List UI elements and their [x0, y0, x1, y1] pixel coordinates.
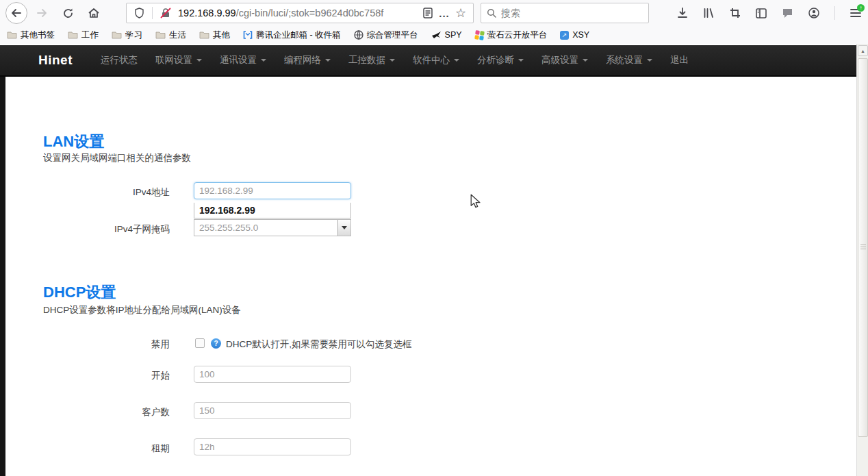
bird-icon — [431, 31, 442, 39]
bookmark-tencent-mail[interactable]: 腾讯企业邮箱 - 收件箱 — [243, 29, 341, 41]
url-bar[interactable]: 192.168.9.99/cgi-bin/luci/;stok=b9624d0b… — [126, 3, 474, 23]
ipv4-address-label: IPv4地址 — [43, 186, 170, 199]
insecure-lock-icon[interactable] — [157, 5, 174, 21]
bookmark-ezviz[interactable]: 萤石云开放平台 — [475, 29, 548, 41]
brand-logo: Hinet — [38, 53, 73, 68]
bookmark-spy[interactable]: SPY — [431, 30, 462, 40]
folder-icon — [155, 31, 166, 39]
reader-mode-icon[interactable] — [420, 5, 436, 21]
forward-arrow-icon — [36, 8, 47, 18]
dhcp-start-label: 开始 — [43, 370, 170, 382]
ipv4-netmask-label: IPv4子网掩码 — [43, 223, 170, 236]
menu-run-status[interactable]: 运行状态 — [92, 54, 146, 66]
bookmark-folder-life[interactable]: 生活 — [155, 29, 186, 41]
menu-advanced-settings[interactable]: 高级设置 — [533, 54, 597, 66]
downloads-icon[interactable] — [677, 8, 688, 18]
menu-hamburger-icon[interactable]: ↑ — [850, 8, 861, 18]
help-icon[interactable]: ? — [211, 338, 221, 349]
bookmark-mgmt-platform[interactable]: 综合管理平台 — [354, 29, 418, 41]
page-actions-icon[interactable]: ... — [436, 5, 452, 21]
browser-window: 192.168.9.99/cgi-bin/luci/;stok=b9624d0b… — [0, 0, 868, 476]
folder-icon — [112, 31, 122, 39]
scrollbar[interactable]: ▲ — [856, 44, 868, 476]
bookmark-star-icon[interactable]: ☆ — [452, 5, 469, 21]
menu-programming-network[interactable]: 编程网络 — [275, 54, 340, 66]
reload-button[interactable] — [58, 3, 78, 23]
chevron-down-icon — [454, 59, 459, 62]
scrollbar-thumb[interactable] — [858, 58, 868, 437]
sidebar-icon[interactable] — [756, 8, 767, 18]
left-black-strip — [0, 45, 5, 476]
tencent-mail-icon — [243, 31, 253, 39]
library-icon[interactable] — [703, 8, 715, 18]
page-content: LAN设置 设置网关局域网端口相关的通信参数 IPv4地址 192.168.2.… — [5, 78, 856, 476]
screenshot-icon[interactable] — [730, 8, 741, 18]
ezviz-colors-icon — [474, 30, 485, 40]
menu-diagnostics[interactable]: 分析诊断 — [468, 54, 533, 66]
toolbar-right-icons: ↑ — [677, 6, 861, 20]
chevron-down-icon — [196, 59, 202, 62]
url-host: 192.168.9.99 — [178, 8, 236, 18]
bookmark-xsy[interactable]: ↗ XSY — [560, 30, 589, 40]
dhcp-lease-input[interactable] — [194, 438, 351, 455]
tracking-shield-icon[interactable] — [131, 5, 147, 21]
menu-comm-settings[interactable]: 通讯设置 — [211, 54, 275, 66]
dhcp-section-title: DHCP设置 — [43, 282, 116, 303]
site-menu: 运行状态 联网设置 通讯设置 编程网络 工控数据 软件中心 分析诊断 高级设置 … — [92, 54, 698, 66]
dhcp-disable-label: 禁用 — [43, 338, 170, 351]
chevron-down-icon — [342, 226, 347, 229]
dhcp-lease-label: 租期 — [43, 442, 170, 455]
search-box[interactable] — [481, 3, 649, 23]
dhcp-start-input[interactable] — [194, 366, 351, 383]
search-input[interactable] — [501, 8, 643, 18]
chevron-down-icon — [647, 59, 652, 62]
menu-logout[interactable]: 退出 — [661, 54, 698, 66]
folder-icon — [68, 31, 78, 39]
bookmark-folder-work[interactable]: 工作 — [68, 29, 99, 41]
menu-system-settings[interactable]: 系统设置 — [597, 54, 661, 66]
update-badge: ↑ — [857, 4, 865, 12]
search-icon — [487, 8, 496, 18]
folder-icon — [7, 31, 17, 39]
url-text[interactable]: 192.168.9.99/cgi-bin/luci/;stok=b9624d0b… — [178, 8, 420, 18]
back-button[interactable] — [5, 2, 27, 24]
chevron-down-icon — [518, 59, 524, 62]
chevron-down-icon — [583, 59, 588, 62]
chevron-down-icon — [261, 59, 266, 62]
chevron-down-icon — [325, 59, 331, 62]
home-button[interactable] — [84, 3, 104, 23]
ipv4-netmask-select[interactable]: 255.255.255.0 — [194, 219, 351, 236]
scrollbar-up-arrow[interactable]: ▲ — [858, 45, 868, 56]
dhcp-clients-input[interactable] — [194, 402, 351, 419]
messages-icon[interactable] — [782, 8, 793, 18]
mouse-cursor — [469, 194, 481, 209]
url-fade — [396, 8, 420, 18]
page-viewport: Hinet 运行状态 联网设置 通讯设置 编程网络 工控数据 软件中心 分析诊断… — [0, 44, 856, 476]
dhcp-section-subtitle: DHCP设置参数将IP地址分配给局域网(LAN)设备 — [43, 304, 241, 316]
account-icon[interactable] — [808, 8, 819, 18]
menu-network-settings[interactable]: 联网设置 — [146, 54, 211, 66]
ipv4-autocomplete-suggestion[interactable]: 192.168.2.99 — [194, 203, 351, 218]
blue-arrow-square-icon: ↗ — [560, 31, 569, 40]
folder-icon — [199, 31, 209, 39]
bookmark-folder-other[interactable]: 其他书签 — [7, 29, 55, 41]
home-icon — [88, 7, 100, 19]
menu-software-center[interactable]: 软件中心 — [404, 54, 468, 66]
dhcp-disable-checkbox[interactable] — [195, 338, 205, 348]
toolbar-separator — [834, 6, 835, 20]
urlbar-divider — [152, 7, 153, 19]
select-dropdown-button[interactable] — [337, 220, 350, 236]
url-path: /cgi-bin/luci/;stok=b9624d0bc758f — [236, 8, 384, 18]
bookmarks-bar: 其他书签 工作 学习 生活 其他 腾讯企业邮箱 - 收件箱 综合管理平台 SP — [0, 26, 868, 44]
forward-button[interactable] — [31, 3, 52, 23]
bookmark-folder-misc[interactable]: 其他 — [199, 29, 230, 41]
lan-section-title: LAN设置 — [43, 131, 104, 152]
chevron-down-icon — [390, 59, 395, 62]
ipv4-address-input[interactable] — [194, 182, 351, 199]
bookmark-folder-study[interactable]: 学习 — [112, 29, 142, 41]
menu-industrial-data[interactable]: 工控数据 — [340, 54, 404, 66]
browser-toolbar: 192.168.9.99/cgi-bin/luci/;stok=b9624d0b… — [0, 0, 868, 26]
site-navbar: Hinet 运行状态 联网设置 通讯设置 编程网络 工控数据 软件中心 分析诊断… — [0, 45, 856, 77]
back-arrow-icon — [11, 8, 22, 18]
scrollbar-grip-icon — [860, 245, 866, 251]
